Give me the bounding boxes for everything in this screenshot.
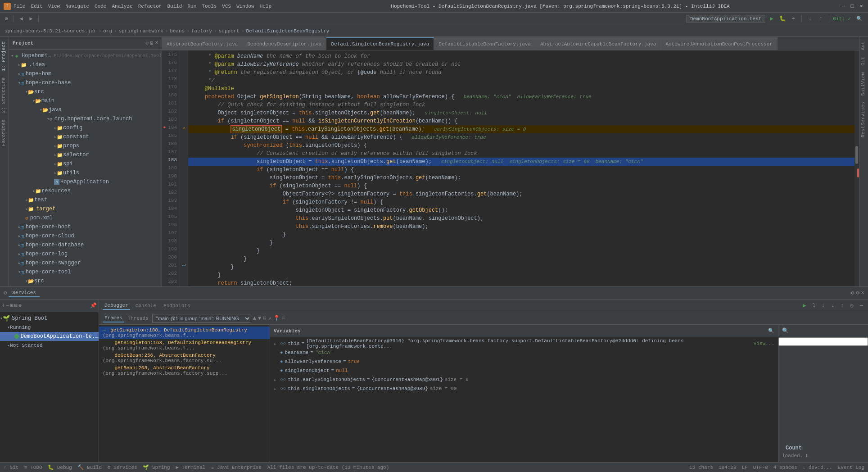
- event-log[interactable]: Event Log: [838, 465, 864, 470]
- menu-help[interactable]: Help: [260, 4, 271, 9]
- debug-button[interactable]: 🐛: [778, 14, 787, 23]
- coverage-button[interactable]: ☂: [789, 14, 798, 23]
- back-button[interactable]: ◀: [17, 14, 26, 23]
- tree-props[interactable]: ▸ 📁 props: [9, 141, 162, 150]
- tab-abstract-bean-factory[interactable]: AbstractBeanFactory.java: [162, 37, 243, 50]
- debugger-tab-debugger[interactable]: Debugger: [103, 302, 130, 310]
- var-singletonobjects-expand-icon[interactable]: ▸: [274, 386, 280, 392]
- debug-resume-icon[interactable]: ▶: [803, 302, 806, 309]
- run-config-selector[interactable]: DemoBootApplication-test: [686, 15, 765, 23]
- project-close-icon[interactable]: ×: [155, 40, 158, 46]
- tree-hope-core-base[interactable]: ▾ ◫ hope-core-base: [9, 78, 162, 87]
- debug-force-step-into-icon[interactable]: ⇓: [831, 302, 834, 309]
- menu-view[interactable]: View: [48, 4, 60, 9]
- frame-0[interactable]: → getSingleton:188, DefaultSingletonBean…: [99, 327, 270, 339]
- tree-src-tool[interactable]: ▾ 📂 src: [9, 277, 162, 286]
- frame-1[interactable]: getSingleton:168, DefaultSingletonBeanRe…: [99, 339, 270, 352]
- menu-window[interactable]: Window: [236, 4, 254, 9]
- tree-constant[interactable]: ▸ 📁 constant: [9, 132, 162, 141]
- svc-pin-icon[interactable]: 📌: [90, 302, 97, 309]
- debugger-tab-console[interactable]: Console: [134, 302, 158, 309]
- tree-root[interactable]: ▾ ◈ Hopehomi-Tool E:/idea-workspace/hope…: [9, 51, 162, 60]
- terminal-status[interactable]: ▶ Terminal: [176, 465, 205, 470]
- frames-tab-label[interactable]: Frames: [103, 314, 124, 322]
- tree-pom[interactable]: ⚙ pom.xml: [9, 213, 162, 222]
- git-tab[interactable]: Git: [859, 54, 868, 68]
- search-everywhere-icon[interactable]: 🔍: [856, 16, 863, 22]
- bottom-tab-services[interactable]: Services: [9, 289, 40, 297]
- svc-running[interactable]: ▾ Running: [0, 323, 99, 332]
- menu-edit[interactable]: Edit: [31, 4, 42, 9]
- tree-hope-core-cloud[interactable]: ▸ ◫ hope-core-cloud: [9, 231, 162, 241]
- thread-up-icon[interactable]: ▲: [253, 315, 256, 322]
- vars-search-icon[interactable]: 🔍: [768, 328, 774, 334]
- svc-demo-boot-app[interactable]: DemoBootApplication-te...: [0, 332, 99, 341]
- git-push-button[interactable]: ↑: [816, 14, 825, 23]
- tree-src-1[interactable]: ▾ 📂 src: [9, 87, 162, 96]
- tree-spi[interactable]: ▸ 📁 spi: [9, 159, 162, 168]
- bottom-close-icon[interactable]: ×: [861, 290, 864, 296]
- git-update-button[interactable]: ↓: [805, 14, 814, 23]
- thread-down-icon[interactable]: ▼: [258, 315, 261, 322]
- menu-file[interactable]: File: [14, 4, 25, 9]
- var-early-singleton[interactable]: ▸ ○○ this.earlySingletonObjects = {Concu…: [270, 375, 778, 384]
- menu-build[interactable]: Build: [167, 4, 182, 9]
- svc-minus-icon[interactable]: −: [6, 303, 9, 309]
- frame-2[interactable]: doGetBean:256, AbstractBeanFactory (org.…: [99, 352, 270, 364]
- menu-code[interactable]: Code: [95, 4, 106, 9]
- tree-utils[interactable]: ▸ 📁 utils: [9, 168, 162, 177]
- debug-mute-icon[interactable]: ◎: [850, 302, 854, 309]
- project-settings-button[interactable]: ⚙: [2, 14, 11, 23]
- spring-status[interactable]: 🌱 Spring: [143, 465, 170, 470]
- tree-hope-core-swagger[interactable]: ▸ ◫ hope-core-swagger: [9, 259, 162, 268]
- debug-more-icon[interactable]: ⋯: [860, 302, 863, 309]
- tree-config[interactable]: ▸ 📁 config: [9, 123, 162, 132]
- thread-filter-icon[interactable]: ⊟: [263, 315, 266, 322]
- git-status-icon[interactable]: ⑃ Git: [4, 465, 18, 470]
- tree-resources[interactable]: ▸ 📁 resources: [9, 186, 162, 195]
- menu-vcs[interactable]: VCS: [222, 4, 231, 9]
- run-button[interactable]: ▶: [767, 14, 776, 23]
- menu-refactor[interactable]: Refactor: [138, 4, 162, 9]
- tree-java-1[interactable]: ▾ 📂 java: [9, 105, 162, 114]
- debug-step-over-icon[interactable]: ⤵: [813, 302, 815, 309]
- tree-hope-core-tool[interactable]: ▾ ◫ hope-core-tool: [9, 268, 162, 277]
- close-button[interactable]: ✕: [858, 3, 864, 9]
- threads-tab-label[interactable]: Threads: [126, 315, 150, 322]
- var-earlysingleton-expand-icon[interactable]: ▸: [274, 377, 280, 383]
- tree-main-1[interactable]: ▾ 📂 main: [9, 96, 162, 105]
- debug-step-into-icon[interactable]: ↓: [822, 303, 825, 309]
- svc-add-icon[interactable]: +: [2, 303, 5, 309]
- tree-hope-application[interactable]: J HopeApplication: [9, 177, 162, 186]
- todo-status[interactable]: ≡ TODO: [24, 465, 42, 470]
- forward-button[interactable]: ▶: [27, 14, 36, 23]
- var-allow-early[interactable]: ● allowEarlyReference = true: [270, 357, 778, 366]
- services-status[interactable]: ⚙ Services: [108, 465, 137, 470]
- var-singleton-objects[interactable]: ▸ ○○ this.singletonObjects = {Concurrent…: [270, 384, 778, 393]
- tree-hope-core-boot[interactable]: ▸ ◫ hope-core-boot: [9, 222, 162, 231]
- menu-navigate[interactable]: Navigate: [65, 4, 89, 9]
- ant-tab[interactable]: Ant: [859, 39, 868, 53]
- svc-group-icon[interactable]: ⊞: [10, 302, 13, 309]
- thread-selector[interactable]: "main"@1 in group "main": RUNNING: [152, 314, 251, 323]
- var-singleton-obj[interactable]: ● singletonObject = null: [270, 366, 778, 375]
- tab-abstract-autowire[interactable]: AbstractAutowireCapableBeanFactory.java: [536, 37, 661, 50]
- tree-test[interactable]: ▸ 📁 test: [9, 195, 162, 204]
- structure-tab[interactable]: 2: Structure: [0, 75, 9, 116]
- tree-hope-core-database[interactable]: ▸ ◫ hope-core-database: [9, 241, 162, 250]
- tab-default-singleton-bean-registry[interactable]: DefaultSingletonBeanRegistry.java: [326, 37, 434, 50]
- tree-package-launch[interactable]: ▾ ⊕ org.hopehomi.core.launch: [9, 114, 162, 123]
- tree-target[interactable]: ▸ 📁 target: [9, 204, 162, 213]
- sailview-tab[interactable]: SailView: [859, 69, 868, 99]
- maximize-button[interactable]: □: [849, 3, 855, 9]
- breadcrumb-org[interactable]: org: [103, 28, 112, 34]
- svc-expand-all-icon[interactable]: ⊕: [18, 302, 22, 309]
- thread-export-icon[interactable]: ↗: [268, 315, 271, 322]
- code-content-area[interactable]: * @param beanName the name of the bean t…: [188, 50, 854, 286]
- menu-run[interactable]: Run: [187, 4, 196, 9]
- thread-pin-icon[interactable]: 📍: [273, 315, 280, 322]
- project-tab[interactable]: 1: Project: [0, 39, 9, 74]
- svc-spring-boot[interactable]: ▾ 🌱 Spring Boot: [0, 314, 99, 323]
- var-this-expand-icon[interactable]: ▸: [274, 341, 280, 347]
- minimize-button[interactable]: ─: [840, 3, 846, 9]
